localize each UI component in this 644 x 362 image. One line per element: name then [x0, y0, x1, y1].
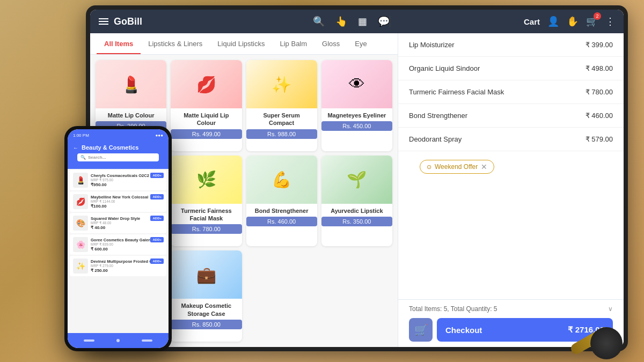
cart-item-name-1: Lip Moisturizer — [409, 41, 455, 49]
cart-item-price-3: ₹ 780.00 — [586, 88, 613, 96]
nav-left: GoBill — [99, 16, 313, 27]
promo-close-icon[interactable]: ✕ — [481, 162, 487, 171]
product-image-4: 👁 — [321, 60, 392, 108]
phone-back-btn[interactable] — [84, 339, 94, 342]
menu-icon[interactable] — [99, 18, 108, 25]
product-name-4: Magneteyes Eyeliner — [326, 112, 388, 119]
cart-item-4: Bond Strengthener ₹ 460.00 — [398, 104, 624, 128]
touch-icon[interactable]: 👆 — [335, 16, 347, 27]
product-card-2[interactable]: 💋 Matte Liquid Lip Colour Rs. 499.00 — [171, 60, 241, 151]
product-image-10: 💼 — [171, 250, 241, 299]
phone-item-img-4: 🌸 — [73, 237, 88, 252]
nav-right: Cart 👤 ✋ 🛒 2 ⋮ — [390, 16, 615, 27]
cart-item-2: Organic Liquid Sindoor ₹ 498.00 — [398, 57, 624, 80]
product-card-3[interactable]: ✨ Super Serum Compact Rs. 988.00 — [246, 60, 317, 151]
phone-header: ← Beauty & Cosmetics 🔍 Search... — [68, 141, 169, 169]
promo-section: ⊙ Weekend Offer ✕ — [398, 151, 624, 182]
cart-item-price-2: ₹ 498.00 — [586, 64, 613, 72]
phone-item-mrp-3: MRP ₹ 48.00 — [91, 221, 163, 225]
phone-navigation — [68, 333, 169, 348]
cart-item-name-2: Organic Liquid Sindoor — [409, 64, 480, 72]
phone-product-list: 💄 Cheryfs Cosmaceuticals O2C2 MRP ₹ 975.… — [68, 169, 169, 333]
product-name-1: Matte Lip Colour — [100, 112, 162, 119]
phone-item-3[interactable]: 🎨 Squared Water Drop Style MRP ₹ 48.00 ₹… — [70, 213, 166, 233]
product-image-8: 🌱 — [321, 156, 392, 204]
product-price-7: Rs. 460.00 — [246, 217, 317, 226]
phone-add-btn-4[interactable]: ADD+ — [150, 237, 164, 242]
cart-title: Cart — [524, 17, 540, 26]
cart-items-list: Lip Moisturizer ₹ 399.00 Organic Liquid … — [398, 33, 624, 299]
phone-item-5[interactable]: ✨ Devinez Multipurpose Frosted Gloss MRP… — [70, 256, 166, 276]
phone-item-mrp-5: MRP ₹ 279.00 — [91, 264, 163, 268]
product-info-3: Super Serum Compact Rs. 988.00 — [246, 108, 317, 139]
phone-home-btn[interactable] — [116, 339, 120, 342]
phone-add-btn-1[interactable]: ADD+ — [150, 173, 164, 178]
product-card-7[interactable]: 💪 Bond Strengthener Rs. 460.00 — [246, 156, 317, 247]
top-navigation: GoBill 🔍 👆 ▦ 💬 Cart 👤 ✋ 🛒 2 ⋮ — [90, 10, 624, 33]
hand-icon[interactable]: ✋ — [567, 16, 579, 27]
product-price-4: Rs. 450.00 — [321, 121, 392, 131]
promo-label: Weekend Offer — [435, 163, 478, 171]
product-card-10[interactable]: 💼 Makeup Cosmetic Storage Case Rs. 850.0… — [171, 250, 241, 342]
phone-item-2[interactable]: 💋 Maybelline New York Colossal MRP ₹ 114… — [70, 191, 166, 212]
phone-item-1[interactable]: 💄 Cheryfs Cosmaceuticals O2C2 MRP ₹ 975.… — [70, 170, 166, 190]
search-icon[interactable]: 🔍 — [313, 16, 325, 27]
phone-back-icon[interactable]: ← — [73, 145, 78, 151]
cart-button[interactable]: 🛒 — [409, 318, 433, 342]
product-price-6: Rs. 780.00 — [171, 224, 241, 234]
phone-item-price-4: ₹ 600.00 — [91, 247, 163, 252]
product-info-7: Bond Strengthener Rs. 460.00 — [246, 204, 317, 226]
chat-icon[interactable]: 💬 — [378, 16, 390, 27]
cart-item-price-1: ₹ 399.00 — [586, 41, 613, 49]
product-image-3: ✨ — [246, 60, 317, 108]
cart-item-3: Turmeric Fairness Facial Mask ₹ 780.00 — [398, 80, 624, 104]
phone-item-4[interactable]: 🌸 Goree Cosmetics Beauty Galerie MRP ₹ 8… — [70, 234, 166, 255]
barcode-icon[interactable]: ▦ — [358, 16, 367, 27]
cart-item-5: Deodorant Spray ₹ 579.00 — [398, 128, 624, 151]
category-tabs: All Items Lipsticks & Liners Liquid Lips… — [90, 33, 398, 55]
product-price-3: Rs. 988.00 — [246, 129, 317, 139]
tab-lipsticks-liners[interactable]: Lipsticks & Liners — [141, 33, 210, 54]
user-icon[interactable]: 👤 — [547, 16, 559, 27]
phone-screen: 1:00 PM ●●● ← Beauty & Cosmetics 🔍 Searc… — [68, 129, 169, 348]
product-image-6: 🌿 — [171, 156, 241, 204]
phone-item-price-5: ₹ 250.00 — [91, 268, 163, 273]
product-card-6[interactable]: 🌿 Turmeric Fairness Facial Mask Rs. 780.… — [171, 156, 241, 247]
more-icon[interactable]: ⋮ — [605, 16, 615, 27]
cart-item-name-3: Turmeric Fairness Facial Mask — [409, 88, 504, 96]
cart-item-price-4: ₹ 460.00 — [586, 112, 613, 120]
product-card-4[interactable]: 👁 Magneteyes Eyeliner Rs. 450.00 — [321, 60, 392, 151]
phone-add-btn-2[interactable]: ADD+ — [150, 194, 164, 200]
promo-badge[interactable]: ⊙ Weekend Offer ✕ — [420, 160, 494, 174]
product-name-7: Bond Strengthener — [251, 207, 313, 215]
product-card-8[interactable]: 🌱 Ayurvedic Lipstick Rs. 350.00 — [321, 156, 392, 247]
phone-add-btn-3[interactable]: ADD+ — [150, 216, 164, 221]
phone-search-icon: 🔍 — [80, 155, 86, 160]
phone-item-mrp-2: MRP ₹ 1144.00 — [91, 200, 163, 204]
phone-search[interactable]: 🔍 Search... — [77, 153, 159, 161]
phone-header-title: Beauty & Cosmetics — [82, 144, 138, 151]
phone-signal: ●●● — [156, 133, 164, 138]
phone-time: 1:00 PM — [73, 133, 89, 138]
product-name-6: Turmeric Fairness Facial Mask — [175, 207, 237, 223]
product-name-8: Ayurvedic Lipstick — [326, 207, 388, 215]
cart-item-price-5: ₹ 579.00 — [586, 135, 613, 143]
phone-item-price-2: ₹100.00 — [91, 204, 163, 209]
tab-eye[interactable]: Eye — [347, 33, 374, 54]
tab-all-items[interactable]: All Items — [97, 33, 141, 54]
tab-gloss[interactable]: Gloss — [314, 33, 347, 54]
tab-lip-balm[interactable]: Lip Balm — [273, 33, 315, 54]
phone-add-btn-5[interactable]: ADD+ — [150, 258, 164, 264]
tab-liquid-lipsticks[interactable]: Liquid Lipsticks — [210, 33, 272, 54]
product-info-10: Makeup Cosmetic Storage Case Rs. 850.00 — [171, 299, 241, 329]
cart-expand-icon[interactable]: ∨ — [608, 305, 613, 313]
phone-recent-btn[interactable] — [142, 339, 152, 342]
cart-icon[interactable]: 🛒 2 — [586, 16, 598, 27]
phone-search-placeholder: Search... — [88, 155, 106, 160]
promo-icon: ⊙ — [427, 164, 431, 171]
product-info-8: Ayurvedic Lipstick Rs. 350.00 — [321, 204, 392, 226]
cart-panel: Lip Moisturizer ₹ 399.00 Organic Liquid … — [398, 33, 624, 347]
product-price-10: Rs. 850.00 — [171, 320, 241, 329]
product-image-2: 💋 — [171, 60, 241, 108]
phone-status-bar: 1:00 PM ●●● — [68, 129, 169, 141]
